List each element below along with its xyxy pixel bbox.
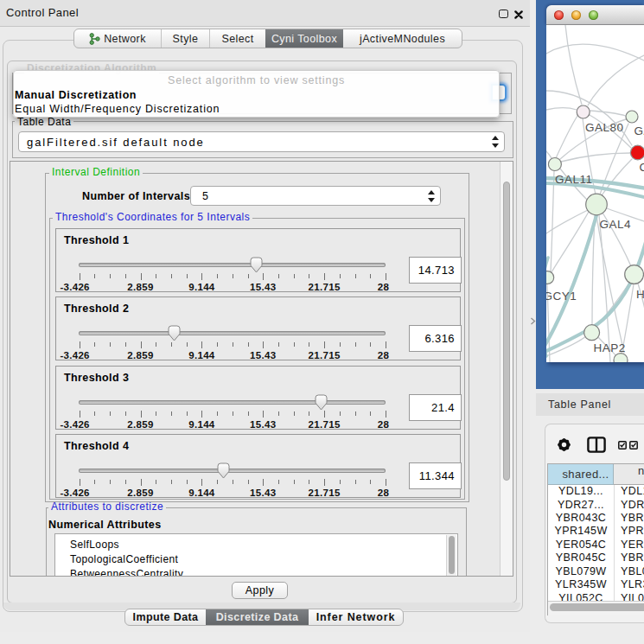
svg-text:C: C xyxy=(640,161,644,174)
svg-text:H: H xyxy=(636,288,644,301)
svg-text:GCY1: GCY1 xyxy=(546,290,577,303)
svg-text:GA: GA xyxy=(634,124,644,137)
svg-text:GAL4: GAL4 xyxy=(600,218,632,231)
svg-text:HAP2: HAP2 xyxy=(594,341,626,354)
svg-text:GAL11: GAL11 xyxy=(555,173,593,186)
svg-text:GAL80: GAL80 xyxy=(585,121,624,134)
